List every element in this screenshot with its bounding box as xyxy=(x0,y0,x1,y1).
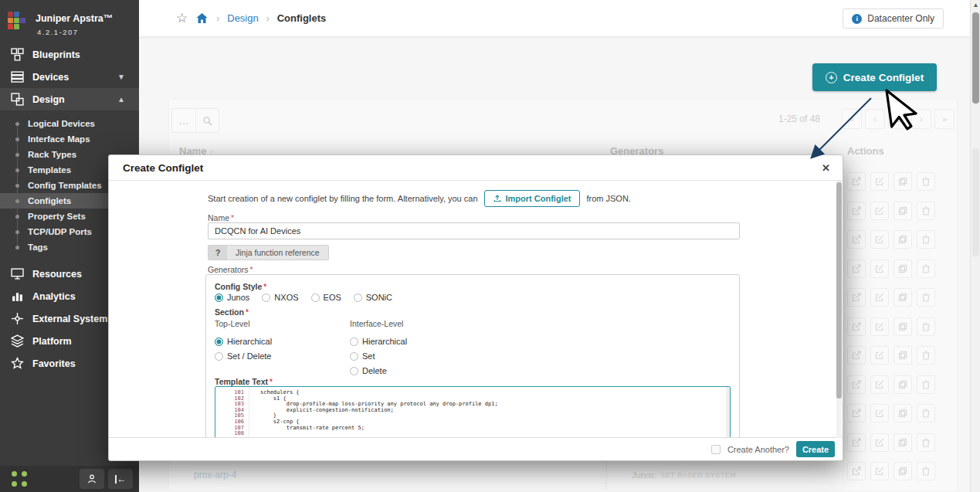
copy-icon xyxy=(898,438,907,447)
export-button[interactable] xyxy=(847,230,866,249)
export-button[interactable] xyxy=(847,288,866,307)
pagination-button[interactable]: ‹ xyxy=(865,109,885,129)
export-button[interactable] xyxy=(847,346,866,365)
close-icon[interactable]: ✕ xyxy=(822,162,830,174)
datacenter-only-badge[interactable]: i Datacenter Only xyxy=(843,8,944,29)
sidebar-item-interface-maps[interactable]: Interface Maps xyxy=(0,131,139,147)
delete-button[interactable] xyxy=(917,404,935,422)
export-button[interactable] xyxy=(847,433,866,452)
scrollbar-thumb[interactable] xyxy=(972,12,979,103)
export-button[interactable] xyxy=(847,375,866,394)
edit-button[interactable] xyxy=(870,346,889,365)
edit-button[interactable] xyxy=(870,202,889,220)
sidebar-item-devices[interactable]: Devices ▼ xyxy=(0,66,139,88)
user-button[interactable] xyxy=(80,469,104,489)
sidebar-item-blueprints[interactable]: Blueprints xyxy=(0,43,139,66)
chevron-up-icon: ▲ xyxy=(117,95,125,103)
clone-button[interactable] xyxy=(894,288,912,307)
configlet-name-link[interactable]: prox-arp-4 xyxy=(194,470,236,480)
code-pane[interactable]: schedulers { s1 { drop-profile-map loss-… xyxy=(249,387,730,439)
create-another-checkbox[interactable] xyxy=(711,445,721,454)
code-line: } xyxy=(260,413,730,419)
favorite-star-icon[interactable]: ☆ xyxy=(176,10,188,26)
row-actions xyxy=(847,172,935,191)
sidebar-item-logical-devices[interactable]: Logical Devices xyxy=(0,116,139,131)
delete-button[interactable] xyxy=(917,346,935,365)
edit-button[interactable] xyxy=(870,317,889,336)
radio-delete[interactable]: Delete xyxy=(350,366,407,375)
clone-button[interactable] xyxy=(894,346,912,365)
delete-button[interactable] xyxy=(917,260,935,278)
delete-button[interactable] xyxy=(917,230,935,249)
delete-button[interactable] xyxy=(917,375,935,394)
clone-button[interactable] xyxy=(894,375,912,394)
modal-scrollbar-thumb[interactable] xyxy=(836,182,842,399)
clone-button[interactable] xyxy=(894,404,912,422)
more-options-button[interactable]: … xyxy=(172,109,195,132)
radio-set-delete[interactable]: Set / Delete xyxy=(215,351,272,361)
pagination-button[interactable]: 1 xyxy=(888,109,908,129)
radio-hierarchical[interactable]: Hierarchical xyxy=(350,337,407,346)
edit-button[interactable] xyxy=(870,230,889,249)
create-configlet-modal: Create Configlet ✕ Start creation of a n… xyxy=(108,154,843,461)
radio-sonic[interactable]: SONiC xyxy=(354,293,392,302)
create-configlet-button[interactable]: + Create Configlet xyxy=(812,63,937,91)
radio-eos[interactable]: EOS xyxy=(311,293,341,302)
clone-button[interactable] xyxy=(894,230,912,249)
radio-nxos[interactable]: NXOS xyxy=(262,293,298,302)
edit-button[interactable] xyxy=(870,375,889,394)
delete-button[interactable] xyxy=(917,202,935,220)
import-configlet-button[interactable]: Import Configlet xyxy=(484,190,581,207)
line-numbers-gutter: 101102103104105106107108 xyxy=(215,387,249,439)
delete-button[interactable] xyxy=(917,172,935,191)
export-button[interactable] xyxy=(847,172,866,191)
export-icon xyxy=(852,351,861,360)
radio-set[interactable]: Set xyxy=(350,351,407,361)
editor-scrollbar[interactable] xyxy=(726,387,730,439)
pagination-button[interactable]: « xyxy=(842,109,862,129)
scroll-up-icon[interactable]: ▲ xyxy=(971,2,980,8)
template-text-editor[interactable]: 101102103104105106107108 schedulers { s1… xyxy=(215,386,731,439)
export-button[interactable] xyxy=(847,404,866,422)
collapse-sidebar-button[interactable]: ← xyxy=(108,469,133,489)
delete-button[interactable] xyxy=(917,317,935,336)
clone-button[interactable] xyxy=(894,317,912,336)
edit-button[interactable] xyxy=(870,404,889,422)
edit-button[interactable] xyxy=(870,172,889,191)
delete-button[interactable] xyxy=(917,288,935,307)
app-title: Juniper Apstra™ xyxy=(36,10,113,24)
clone-button[interactable] xyxy=(894,172,912,191)
name-input[interactable] xyxy=(208,222,740,239)
export-button[interactable] xyxy=(847,317,866,336)
status-dots-icon[interactable] xyxy=(12,471,27,487)
search-button[interactable] xyxy=(195,109,219,132)
bullet-icon xyxy=(15,215,19,219)
clone-button[interactable] xyxy=(894,433,912,452)
trash-icon xyxy=(921,235,931,244)
modal-scrollbar[interactable] xyxy=(836,181,842,438)
breadcrumb-design[interactable]: Design xyxy=(227,12,258,24)
jinja-function-reference-button[interactable]: ? Jinja function reference xyxy=(208,245,329,260)
user-icon xyxy=(86,473,97,484)
create-button[interactable]: Create xyxy=(796,441,835,457)
export-button[interactable] xyxy=(847,202,866,220)
copy-icon xyxy=(898,351,907,360)
table-row[interactable]: prox-arp-4 Junos: SET BASED SYSTEM xyxy=(168,460,958,490)
sidebar-item-design[interactable]: Design ▲ xyxy=(0,88,139,110)
home-icon[interactable] xyxy=(195,12,209,25)
delete-button[interactable] xyxy=(917,433,935,452)
edit-button[interactable] xyxy=(870,288,889,307)
edit-icon xyxy=(875,380,884,389)
clone-button[interactable] xyxy=(894,260,912,278)
clone-button[interactable] xyxy=(894,202,912,220)
radio-hierarchical[interactable]: Hierarchical xyxy=(215,337,272,346)
pagination-button[interactable]: » xyxy=(934,109,955,129)
export-button[interactable] xyxy=(847,260,866,278)
radio-icon xyxy=(354,294,362,302)
edit-button[interactable] xyxy=(870,433,889,452)
page-scrollbar[interactable]: ▲ xyxy=(970,0,980,492)
app-logo[interactable]: Juniper Apstra™ 4.2.1-207 xyxy=(0,0,139,36)
radio-junos[interactable]: Junos xyxy=(215,293,249,302)
pagination-button[interactable]: › xyxy=(911,109,931,129)
edit-button[interactable] xyxy=(870,260,889,278)
